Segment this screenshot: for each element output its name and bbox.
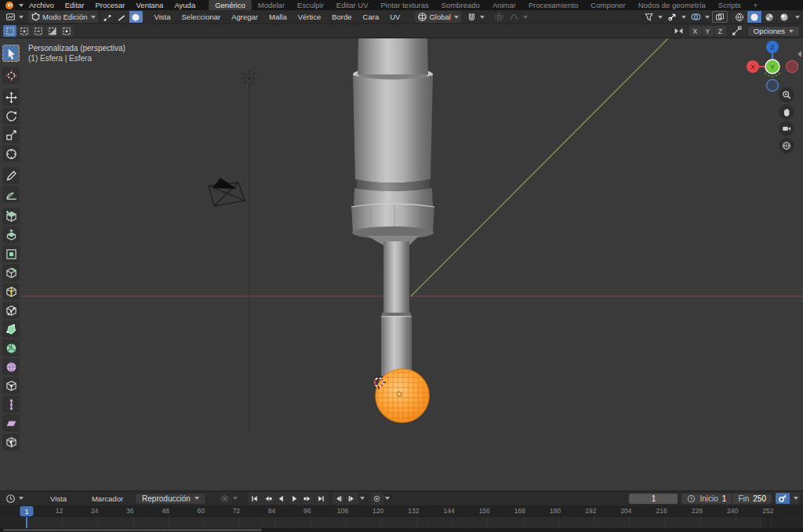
shading-rendered[interactable]	[777, 11, 791, 23]
tool-loop-cut[interactable]	[2, 283, 20, 300]
viewport-menu-item[interactable]: Borde	[326, 12, 357, 22]
playback-dropdown[interactable]: Reproducción	[135, 493, 206, 505]
transport-jump-to-start[interactable]	[249, 493, 261, 505]
light-object[interactable]	[242, 71, 257, 432]
select-op-intersect[interactable]	[60, 25, 73, 37]
record-button[interactable]	[219, 493, 231, 505]
tool-select-box[interactable]	[2, 45, 20, 62]
workspace-tab[interactable]: Animar	[486, 0, 522, 10]
workspace-tab[interactable]: Componer	[584, 0, 631, 10]
playhead-line[interactable]	[26, 517, 27, 528]
sidebar-collapse-arrow[interactable]	[798, 51, 801, 57]
keying-dropdown[interactable]	[790, 493, 800, 504]
shading-solid[interactable]	[747, 11, 761, 23]
timeline-track[interactable]	[0, 517, 803, 528]
navigation-gizmo[interactable]: Z X Y	[743, 37, 802, 96]
step-frame-back[interactable]	[332, 493, 345, 505]
editor-type-button[interactable]	[3, 11, 26, 23]
workspace-tab[interactable]: Pintar texturas	[375, 0, 435, 10]
workspace-tab[interactable]: Procesamiento	[522, 0, 584, 10]
mesh-object[interactable]	[351, 38, 434, 376]
viewport-menu-item[interactable]: Seleccionar	[176, 12, 227, 22]
workspace-tab[interactable]: Modelar	[252, 0, 291, 10]
workspace-tab[interactable]: +	[747, 0, 765, 10]
3d-viewport[interactable]: Personalizada (perspectiva) (1) Esfera |…	[0, 38, 803, 490]
snap-toggle[interactable]	[464, 11, 487, 23]
tool-transform[interactable]	[2, 145, 20, 162]
prop-proportional-editing[interactable]	[492, 11, 507, 23]
transport-jump-to-end[interactable]	[315, 493, 328, 505]
workspace-tab[interactable]: Sombreado	[435, 0, 486, 10]
timeline-ruler[interactable]: 1 12243648607284961081201321441561681801…	[0, 505, 803, 517]
select-op-invert[interactable]	[45, 25, 59, 37]
timeline-editor-type-button[interactable]	[3, 493, 26, 505]
mode-dropdown[interactable]: Modo Edición	[28, 11, 98, 23]
tool-scale[interactable]	[2, 126, 20, 143]
select-op-set[interactable]	[3, 25, 16, 37]
timeline-menu-item[interactable]: Vista	[45, 494, 72, 504]
gizmo-z-neg-axis[interactable]	[767, 80, 779, 92]
frame-end-field[interactable]: Fin 250	[732, 494, 772, 504]
tool-shrink-fatten[interactable]	[2, 396, 20, 413]
viewport-menu-item[interactable]: Vista	[149, 12, 176, 22]
frame-start-field[interactable]: Inicio 1	[681, 494, 732, 504]
viewport-menu-item[interactable]: Agregar	[226, 12, 263, 22]
menu-item[interactable]: Archivo	[24, 0, 60, 10]
menu-item[interactable]: Procesar	[90, 0, 131, 10]
options-dropdown[interactable]: Opciones	[747, 26, 800, 37]
toggle-xray-button[interactable]	[712, 11, 728, 23]
viewport-menu-item[interactable]: UV	[384, 12, 405, 22]
tool-edge-slide[interactable]	[2, 377, 20, 394]
tool-rip-region[interactable]	[2, 433, 20, 451]
workspace-tab[interactable]: Nodos de geometría	[632, 0, 712, 10]
viewport-menu-item[interactable]: Cara	[358, 12, 385, 22]
select-op-extend[interactable]	[17, 25, 31, 37]
tool-annotate[interactable]	[2, 167, 20, 184]
tool-add-cube[interactable]	[2, 208, 20, 225]
prop-proportional-falloff[interactable]	[507, 11, 521, 23]
nav-toggle-perspective-button[interactable]	[779, 138, 794, 154]
playhead-flag[interactable]: 1	[20, 506, 34, 516]
current-frame-field[interactable]: 1	[629, 494, 678, 504]
workspace-tab[interactable]: Editar UV	[330, 0, 375, 10]
tool-spin[interactable]	[2, 339, 20, 356]
viewport-menu-item[interactable]: Vértice	[292, 12, 327, 22]
shading-material-preview[interactable]	[762, 11, 776, 23]
tool-bevel[interactable]	[2, 264, 20, 281]
tool-rotate[interactable]	[2, 107, 20, 125]
camera-object[interactable]	[209, 178, 245, 206]
transport-play-reverse[interactable]	[275, 493, 288, 505]
snap-uv-toggle[interactable]	[729, 25, 744, 37]
workspace-tab[interactable]: Genérico	[209, 0, 252, 10]
shading-wireframe[interactable]	[732, 11, 747, 23]
step-frame-forward[interactable]	[346, 493, 358, 505]
workspace-tab[interactable]: Esculpir	[291, 0, 330, 10]
gizmo-x-neg-axis[interactable]	[787, 61, 798, 73]
transform-orientation-dropdown[interactable]: Global	[415, 11, 460, 23]
selected-sphere[interactable]	[376, 369, 429, 422]
axis-toggle[interactable]: Y	[702, 26, 714, 36]
axis-toggle[interactable]: Z	[714, 26, 726, 36]
tool-move[interactable]	[2, 89, 20, 106]
transport-prev-keyframe[interactable]	[262, 493, 274, 505]
toggle[interactable]	[641, 11, 656, 23]
transport-play[interactable]	[289, 493, 301, 505]
select-mode-edge[interactable]	[115, 11, 129, 23]
axis-toggle[interactable]: X	[689, 26, 701, 36]
nav-pan-button[interactable]	[779, 104, 794, 120]
select-op-subtract[interactable]	[31, 25, 45, 37]
tool-knife[interactable]	[2, 302, 20, 319]
workspace-tab[interactable]: Scripts	[712, 0, 747, 10]
tool-cursor[interactable]	[2, 67, 20, 84]
select-mode-face[interactable]	[129, 11, 143, 23]
nav-zoom-button[interactable]	[779, 87, 794, 103]
tool-extrude-region[interactable]	[2, 226, 20, 244]
nav-camera-view-button[interactable]	[779, 121, 794, 136]
tool-smooth[interactable]	[2, 358, 20, 375]
tool-inset-faces[interactable]	[2, 245, 20, 262]
viewport-menu-item[interactable]: Malla	[263, 12, 292, 22]
menu-item[interactable]: Ventana	[131, 0, 169, 10]
mirror-toggle[interactable]	[671, 25, 686, 37]
menu-item[interactable]: Ayuda	[169, 0, 201, 10]
transport-next-keyframe[interactable]	[302, 493, 314, 505]
